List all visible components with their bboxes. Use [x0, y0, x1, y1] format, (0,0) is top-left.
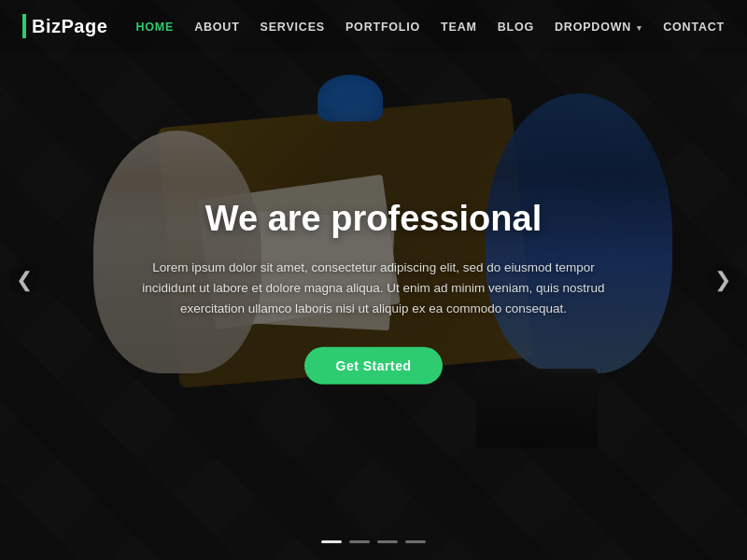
brand-name: BizPage	[32, 16, 107, 37]
nav-link-dropdown[interactable]: DROPDOWN ▾	[555, 21, 642, 34]
logo[interactable]: BizPage	[22, 14, 107, 38]
nav-links: HOME ABOUT SERVICES PORTFOLIO TEAM BLOG …	[135, 18, 725, 35]
nav-link-about[interactable]: ABOUT	[194, 21, 239, 34]
nav-link-home[interactable]: HOME	[135, 21, 174, 34]
chevron-down-icon: ▾	[637, 23, 642, 33]
slide-dot-1[interactable]	[321, 540, 342, 543]
nav-link-team[interactable]: TEAM	[441, 21, 477, 34]
prev-slide-button[interactable]: ❮	[9, 265, 39, 295]
hero-content: We are professional Lorem ipsum dolor si…	[131, 198, 616, 385]
nav-link-blog[interactable]: BLOG	[498, 21, 534, 34]
next-slide-button[interactable]: ❯	[708, 265, 738, 295]
nav-item-portfolio[interactable]: PORTFOLIO	[345, 18, 420, 35]
hero-section: BizPage HOME ABOUT SERVICES PORTFOLIO TE…	[0, 0, 747, 560]
slide-dot-4[interactable]	[405, 540, 426, 543]
hero-title: We are professional	[131, 198, 616, 241]
nav-item-contact[interactable]: CONTACT	[663, 18, 725, 35]
nav-item-about[interactable]: ABOUT	[194, 18, 239, 35]
hero-body: Lorem ipsum dolor sit amet, consectetur …	[131, 257, 616, 319]
get-started-button[interactable]: Get Started	[304, 347, 444, 385]
nav-item-dropdown[interactable]: DROPDOWN ▾	[555, 18, 642, 35]
navbar: BizPage HOME ABOUT SERVICES PORTFOLIO TE…	[0, 0, 747, 52]
logo-bar	[22, 14, 26, 38]
nav-item-services[interactable]: SERVICES	[261, 18, 325, 35]
nav-item-blog[interactable]: BLOG	[498, 18, 534, 35]
slide-dot-2[interactable]	[349, 540, 370, 543]
slide-dot-3[interactable]	[377, 540, 398, 543]
nav-link-contact[interactable]: CONTACT	[663, 21, 725, 34]
nav-link-portfolio[interactable]: PORTFOLIO	[345, 21, 420, 34]
nav-link-services[interactable]: SERVICES	[261, 21, 325, 34]
nav-item-home[interactable]: HOME	[135, 18, 174, 35]
nav-item-team[interactable]: TEAM	[441, 18, 477, 35]
slide-dots	[321, 540, 426, 543]
